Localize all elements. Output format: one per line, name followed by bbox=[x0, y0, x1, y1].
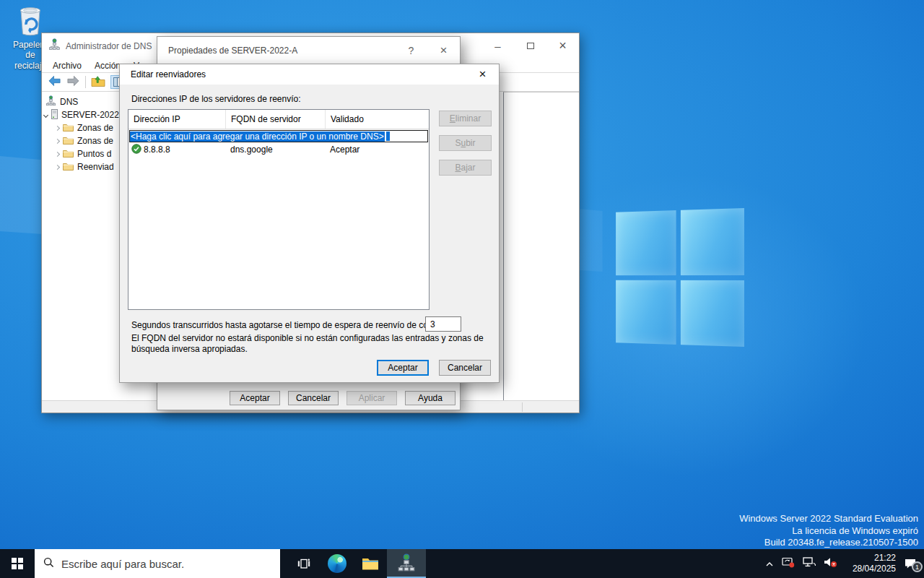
tree-item-trust-points[interactable]: Puntos d bbox=[56, 147, 111, 160]
forwarders-list-label: Direcciones IP de los servidores de reen… bbox=[131, 94, 301, 104]
taskbar-spacer bbox=[280, 549, 287, 578]
dns-app-icon bbox=[48, 38, 61, 53]
tree-item-conditional-forwarders[interactable]: Reenviad bbox=[56, 160, 114, 173]
properties-titlebar[interactable]: Propiedades de SERVER-2022-A ? × bbox=[157, 37, 460, 64]
evaluation-watermark: Windows Server 2022 Standard Evaluation … bbox=[739, 513, 918, 549]
chevron-right-icon[interactable] bbox=[55, 125, 60, 130]
dns-root-icon bbox=[45, 95, 56, 108]
forwarders-titlebar[interactable]: Editar reenviadores × bbox=[120, 64, 499, 85]
timeout-input[interactable] bbox=[425, 316, 461, 332]
watermark-line: Build 20348.fe_release.210507-1500 bbox=[739, 537, 918, 549]
tree-item-server[interactable]: SERVER-2022 bbox=[44, 108, 119, 121]
column-header-fqdn[interactable]: FQDN de servidor bbox=[226, 110, 326, 129]
properties-apply-button[interactable]: Aplicar bbox=[346, 391, 397, 405]
button-label-part: ajar bbox=[461, 163, 476, 173]
dns-window-title: Administrador de DNS bbox=[66, 41, 152, 51]
forwarder-row[interactable]: 8.8.8.8 dns.google Aceptar bbox=[128, 143, 429, 156]
tree-item-reverse-zones[interactable]: Zonas de bbox=[56, 134, 113, 147]
server-icon bbox=[51, 109, 58, 121]
chevron-right-icon[interactable] bbox=[55, 151, 60, 156]
tree-item-forward-zones[interactable]: Zonas de bbox=[56, 121, 113, 134]
button-label-part: E bbox=[450, 113, 456, 124]
volume-muted-icon[interactable] bbox=[824, 557, 837, 571]
move-down-button[interactable]: Bajar bbox=[439, 160, 492, 176]
file-explorer-button[interactable] bbox=[354, 549, 387, 578]
validated-check-icon bbox=[131, 144, 141, 156]
dns-manager-taskbar-button[interactable] bbox=[387, 549, 426, 578]
forwarder-fqdn: dns.google bbox=[225, 144, 325, 155]
taskbar-clock[interactable]: 21:22 28/04/2025 bbox=[845, 553, 896, 574]
action-center-button[interactable]: 1 bbox=[904, 558, 917, 569]
tree-item-dns-root[interactable]: DNS bbox=[45, 95, 78, 108]
logo-pane bbox=[680, 280, 744, 347]
windows-logo-icon bbox=[12, 558, 24, 570]
edge-browser-button[interactable] bbox=[321, 549, 354, 578]
tree-label: SERVER-2022 bbox=[61, 110, 119, 120]
forward-button[interactable] bbox=[66, 75, 80, 90]
network-icon[interactable] bbox=[803, 557, 816, 570]
fqdn-note: El FQDN del servidor no estará disponibl… bbox=[131, 333, 484, 355]
folder-icon bbox=[63, 162, 74, 173]
clock-date: 28/04/2025 bbox=[845, 564, 896, 574]
button-label-part: bir bbox=[466, 138, 475, 148]
help-button[interactable]: ? bbox=[395, 37, 427, 64]
button-label-part: liminar bbox=[456, 113, 481, 124]
recycle-bin-icon bbox=[16, 26, 45, 38]
menu-archivo[interactable]: Archivo bbox=[46, 59, 88, 72]
forwarder-ip: 8.8.8.8 bbox=[144, 144, 170, 155]
column-header-ip[interactable]: Dirección IP bbox=[128, 110, 226, 129]
folder-icon bbox=[63, 123, 74, 134]
forwarders-title: Editar reenviadores bbox=[131, 69, 206, 79]
start-button[interactable] bbox=[0, 549, 35, 578]
button-label-part: u bbox=[461, 138, 466, 148]
window-controls: – × bbox=[481, 33, 579, 59]
table-header-row: Dirección IP FQDN de servidor Validado bbox=[128, 110, 429, 129]
close-button[interactable]: × bbox=[466, 64, 499, 85]
show-hidden-icons-chevron[interactable] bbox=[765, 557, 774, 570]
forwarder-ip-cell: 8.8.8.8 bbox=[128, 144, 225, 156]
statusbar-separator bbox=[522, 402, 523, 412]
chevron-right-icon[interactable] bbox=[55, 138, 60, 143]
notification-count-badge: 1 bbox=[912, 561, 923, 572]
properties-cancel-button[interactable]: Cancelar bbox=[288, 391, 339, 405]
tree-label: DNS bbox=[60, 97, 78, 107]
edge-icon bbox=[328, 554, 346, 573]
watermark-line: Windows Server 2022 Standard Evaluation bbox=[739, 513, 918, 525]
maximize-button[interactable] bbox=[514, 33, 546, 59]
column-header-validated[interactable]: Validado bbox=[326, 110, 429, 129]
logo-pane bbox=[616, 210, 676, 275]
taskbar-search[interactable] bbox=[35, 549, 280, 578]
desktop: Windows Server 2022 Standard Evaluation … bbox=[0, 0, 924, 578]
chevron-down-icon[interactable] bbox=[43, 112, 48, 117]
tree-label: Puntos d bbox=[77, 149, 111, 159]
edit-forwarders-dialog: Editar reenviadores × Direcciones IP de … bbox=[119, 64, 500, 383]
timeout-label: Segundos transcurridos hasta agotarse el… bbox=[131, 320, 458, 330]
chevron-right-icon[interactable] bbox=[55, 164, 60, 169]
properties-ok-button[interactable]: Aceptar bbox=[230, 391, 280, 405]
task-view-button[interactable] bbox=[287, 549, 321, 578]
add-ip-edit-row[interactable]: <Haga clic aquí para agregar una direcci… bbox=[129, 130, 428, 142]
system-tray: 21:22 28/04/2025 1 bbox=[765, 549, 924, 578]
move-up-button[interactable]: Subir bbox=[439, 135, 492, 151]
back-button[interactable] bbox=[48, 75, 61, 90]
windows-logo-wallpaper bbox=[616, 208, 744, 347]
properties-help-button[interactable]: Ayuda bbox=[405, 391, 456, 405]
folder-icon bbox=[63, 149, 74, 160]
text-cursor bbox=[386, 131, 390, 141]
folder-icon bbox=[63, 136, 74, 147]
minimize-button[interactable]: – bbox=[481, 33, 514, 59]
forwarders-cancel-button[interactable]: Cancelar bbox=[439, 360, 491, 376]
close-button[interactable]: × bbox=[427, 37, 460, 64]
add-ip-placeholder-text: <Haga clic aquí para agregar una direcci… bbox=[130, 131, 385, 142]
parent-folder-button[interactable] bbox=[91, 75, 105, 90]
tree-label: Zonas de bbox=[77, 123, 113, 133]
watermark-line: La licencia de Windows expiró bbox=[739, 525, 918, 538]
forwarders-ok-button[interactable]: Aceptar bbox=[377, 360, 429, 376]
update-pending-icon[interactable] bbox=[782, 557, 795, 571]
close-button[interactable]: × bbox=[546, 33, 579, 59]
search-input[interactable] bbox=[61, 558, 256, 570]
properties-controls: ? × bbox=[395, 37, 460, 64]
delete-forwarder-button[interactable]: Eliminar bbox=[439, 111, 492, 126]
button-label-part: B bbox=[455, 163, 461, 173]
button-label-part: S bbox=[455, 138, 461, 148]
